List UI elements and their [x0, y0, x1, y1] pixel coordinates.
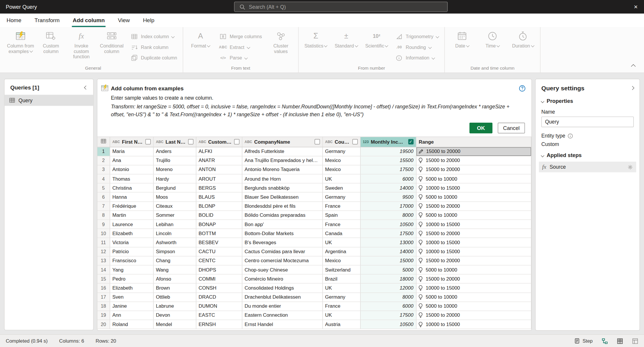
- column-header-first_name[interactable]: ABCFirst Name: [110, 137, 153, 147]
- customerid-checkbox[interactable]: [234, 139, 239, 145]
- column-header-customer_id[interactable]: ABCCustomerID: [196, 137, 242, 147]
- row-number[interactable]: 4: [97, 174, 110, 183]
- tab-view[interactable]: View: [117, 13, 131, 27]
- row-number[interactable]: 6: [97, 192, 110, 201]
- ribbon-index-column[interactable]: Index column: [127, 31, 181, 42]
- cell-company_name[interactable]: Blauer See Delikatessen: [242, 192, 322, 201]
- cell-range[interactable]: 5000 to 10000: [416, 174, 531, 183]
- cell-customer_id[interactable]: DHOPS: [196, 265, 242, 274]
- cell-monthly_income[interactable]: 19500: [360, 147, 416, 156]
- close-button[interactable]: ×: [628, 0, 643, 13]
- cell-country[interactable]: UK: [322, 283, 360, 293]
- cell-company_name[interactable]: Consolidated Holdings: [242, 283, 322, 293]
- cell-country[interactable]: Germany: [322, 293, 360, 302]
- cell-first_name[interactable]: Yang: [110, 265, 153, 274]
- cell-monthly_income[interactable]: 10500: [360, 220, 416, 229]
- cell-monthly_income[interactable]: 8000: [360, 293, 416, 302]
- cell-monthly_income[interactable]: 18000: [360, 274, 416, 283]
- cell-customer_id[interactable]: COMMI: [196, 274, 242, 283]
- cell-company_name[interactable]: Drachenblut Delikatessen: [242, 293, 322, 302]
- cell-customer_id[interactable]: CACTU: [196, 247, 242, 256]
- cell-last_name[interactable]: Afonso: [153, 274, 196, 283]
- applied-steps-section-header[interactable]: Applied steps: [536, 147, 639, 159]
- first-name-checkbox[interactable]: [145, 139, 150, 145]
- companyname-checkbox[interactable]: [314, 139, 320, 145]
- cell-range[interactable]: 15000 to 20000: [416, 256, 531, 265]
- cell-range[interactable]: 15000 to 20000: [416, 165, 531, 174]
- cell-range[interactable]: 5000 to 10000: [416, 265, 531, 274]
- cell-first_name[interactable]: Laurence: [110, 220, 153, 229]
- cell-monthly_income[interactable]: 17500: [360, 165, 416, 174]
- cell-range[interactable]: 10000 to 15000: [416, 238, 531, 247]
- ribbon-parse[interactable]: </>Parse: [216, 52, 265, 63]
- ribbon-standard[interactable]: ±Standard: [331, 28, 361, 61]
- expand-settings-icon[interactable]: [630, 86, 634, 90]
- cell-country[interactable]: UK: [322, 174, 360, 183]
- row-number[interactable]: 12: [97, 247, 110, 256]
- search-box[interactable]: Search (Alt + Q): [234, 2, 448, 12]
- row-number[interactable]: 18: [97, 302, 110, 311]
- row-number[interactable]: 19: [97, 311, 110, 320]
- column-header-country[interactable]: ABCCountry: [322, 137, 360, 147]
- cell-first_name[interactable]: Franscisco: [110, 256, 153, 265]
- row-number[interactable]: 13: [97, 256, 110, 265]
- ribbon-trigonometry[interactable]: Trigonometry: [392, 31, 442, 42]
- cell-monthly_income[interactable]: 13000: [360, 238, 416, 247]
- cell-first_name[interactable]: Patricio: [110, 247, 153, 256]
- cell-country[interactable]: Brazil: [322, 274, 360, 283]
- cell-monthly_income[interactable]: 17500: [360, 229, 416, 238]
- cell-customer_id[interactable]: BONAP: [196, 220, 242, 229]
- cell-range[interactable]: 10000 to 15000: [416, 247, 531, 256]
- cell-first_name[interactable]: Martin: [110, 211, 153, 220]
- cell-company_name[interactable]: Bottom-Dollar Markets: [242, 229, 322, 238]
- cell-first_name[interactable]: Antonio: [110, 165, 153, 174]
- ribbon-format[interactable]: AFormat: [186, 28, 215, 61]
- properties-section-header[interactable]: Properties: [536, 93, 639, 105]
- query-name-input[interactable]: [541, 117, 634, 127]
- cell-country[interactable]: Argentina: [322, 247, 360, 256]
- cell-last_name[interactable]: Berglund: [153, 183, 196, 192]
- cell-country[interactable]: Mexico: [322, 256, 360, 265]
- cell-customer_id[interactable]: BOTTM: [196, 229, 242, 238]
- row-number[interactable]: 11: [97, 238, 110, 247]
- cell-last_name[interactable]: Wang: [153, 265, 196, 274]
- cell-first_name[interactable]: Ana: [110, 156, 153, 165]
- monthly-income-checkbox[interactable]: ✓: [408, 139, 413, 145]
- cell-company_name[interactable]: Eastern Connection: [242, 311, 322, 320]
- ribbon-conditional-column[interactable]: Conditional column: [97, 28, 126, 61]
- cell-customer_id[interactable]: ANTON: [196, 165, 242, 174]
- cell-first_name[interactable]: Christina: [110, 183, 153, 192]
- column-header-range[interactable]: Range: [416, 137, 531, 147]
- ribbon-date[interactable]: Date: [447, 28, 477, 61]
- cell-last_name[interactable]: Simpson: [153, 247, 196, 256]
- step-toggle[interactable]: Step: [574, 338, 593, 344]
- ribbon-rounding[interactable]: .00Rounding: [392, 42, 442, 53]
- cell-range[interactable]: 10000 to 15000: [416, 220, 531, 229]
- cell-range[interactable]: 10000 to 15000: [416, 183, 531, 192]
- cell-first_name[interactable]: Hanna: [110, 192, 153, 201]
- row-number[interactable]: 3: [97, 165, 110, 174]
- cell-country[interactable]: Canada: [322, 229, 360, 238]
- cell-company_name[interactable]: Ernst Handel: [242, 320, 322, 329]
- cell-first_name[interactable]: Ann: [110, 311, 153, 320]
- ribbon-statistics[interactable]: ΣStatistics: [301, 28, 330, 61]
- ribbon-custom-column[interactable]: Custom column: [36, 28, 66, 61]
- cell-country[interactable]: Germany: [322, 192, 360, 201]
- cell-last_name[interactable]: Lebihan: [153, 220, 196, 229]
- cell-company_name[interactable]: Ana Trujillo Emparedados y helados: [242, 156, 322, 165]
- cell-company_name[interactable]: Antonio Moreno Taqueria: [242, 165, 322, 174]
- cell-range[interactable]: 15000 to 20000: [416, 202, 531, 211]
- cell-customer_id[interactable]: BLAUS: [196, 192, 242, 201]
- ribbon-scientific[interactable]: 10²Scientific: [362, 28, 391, 61]
- schema-view-icon[interactable]: [632, 338, 638, 344]
- cell-last_name[interactable]: Brown: [153, 283, 196, 293]
- ribbon-extract[interactable]: ABCExtract: [216, 42, 265, 53]
- cell-customer_id[interactable]: EASTC: [196, 311, 242, 320]
- applied-step-source[interactable]: fxSource: [539, 162, 636, 172]
- cell-monthly_income[interactable]: 12000: [360, 283, 416, 293]
- cell-first_name[interactable]: Elizabeth: [110, 229, 153, 238]
- select-all-corner[interactable]: [97, 137, 110, 147]
- cell-last_name[interactable]: Citeaux: [153, 202, 196, 211]
- cell-company_name[interactable]: Cactus Comidas para llevar: [242, 247, 322, 256]
- cell-range[interactable]: 10000 to 15000: [416, 283, 531, 293]
